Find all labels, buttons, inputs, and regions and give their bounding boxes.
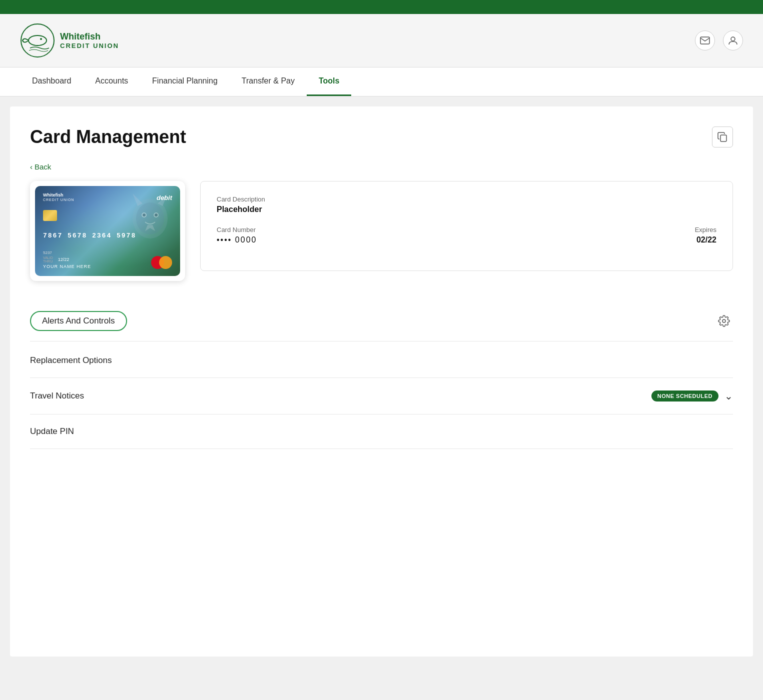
card-expiry-small: 5237 — [43, 250, 91, 255]
card-logo-row: Whitefish CREDIT UNION debit — [43, 193, 172, 202]
copy-button[interactable] — [712, 126, 733, 148]
header: Whitefish CREDIT UNION — [0, 14, 763, 68]
svg-rect-3 — [700, 37, 709, 44]
card-expiry-value: 12/22 — [58, 257, 70, 262]
card-brand-block: Whitefish CREDIT UNION — [43, 193, 74, 202]
nav-transfer-pay[interactable]: Transfer & Pay — [230, 68, 307, 96]
travel-notices-row: Travel Notices NONE SCHEDULED ⌄ — [30, 378, 733, 414]
alerts-label-wrapper: Alerts And Controls — [30, 311, 127, 331]
page-title: Card Management — [30, 126, 186, 148]
update-pin-label: Update PIN — [30, 426, 74, 436]
nav-tools[interactable]: Tools — [307, 68, 351, 96]
header-icons — [695, 30, 743, 50]
card-number-section: Card Number •••• 0000 Expires 02/22 — [217, 226, 716, 244]
none-scheduled-badge: NONE SCHEDULED — [651, 390, 718, 402]
main-content: Card Management ‹ Back — [10, 106, 753, 656]
logo-icon — [20, 23, 55, 58]
chevron-left-icon: ‹ — [30, 162, 33, 171]
alerts-controls-section: Alerts And Controls — [30, 301, 733, 342]
card-image-wrapper: Whitefish CREDIT UNION debit 7867 5678 2… — [30, 181, 185, 281]
travel-notices-right: NONE SCHEDULED ⌄ — [651, 390, 733, 402]
back-label: Back — [35, 162, 51, 171]
nav-dashboard[interactable]: Dashboard — [20, 68, 83, 96]
logo-brand: Whitefish — [60, 32, 119, 42]
card-number-row: 7867 5678 2364 5978 — [43, 232, 172, 240]
card-bottom: 5237 VALID THRU 12/22 YOUR NAME HERE — [43, 250, 172, 269]
page-header: Card Management — [30, 126, 733, 148]
card-num-left: Card Number •••• 0000 — [217, 226, 257, 244]
valid-thru-label: VALID — [43, 256, 53, 260]
card-description-label: Card Description — [217, 196, 716, 203]
expires-label: Expires — [695, 226, 716, 234]
card-brand-name: Whitefish — [43, 193, 74, 198]
logo-text-block: Whitefish CREDIT UNION — [60, 32, 119, 50]
mail-button[interactable] — [695, 30, 715, 50]
card-section: Whitefish CREDIT UNION debit 7867 5678 2… — [30, 181, 733, 281]
card-description-value: Placeholder — [217, 205, 716, 214]
mail-icon — [700, 36, 710, 44]
card-number-display: 7867 5678 2364 5978 — [43, 232, 172, 240]
chevron-down-icon[interactable]: ⌄ — [724, 390, 733, 402]
gear-icon — [718, 315, 730, 327]
update-pin-row: Update PIN — [30, 414, 733, 449]
debit-text: debit — [157, 194, 172, 202]
svg-point-1 — [29, 36, 47, 46]
replacement-options-label: Replacement Options — [30, 356, 112, 366]
travel-notices-label: Travel Notices — [30, 391, 84, 401]
back-link[interactable]: ‹ Back — [30, 162, 51, 171]
thru-label: THRU — [43, 260, 53, 263]
top-bar — [0, 0, 763, 14]
card-number-label: Card Number — [217, 226, 257, 234]
logo-area: Whitefish CREDIT UNION — [20, 23, 119, 58]
svg-rect-5 — [720, 135, 726, 142]
svg-point-0 — [21, 24, 54, 57]
alerts-controls-label: Alerts And Controls — [42, 316, 115, 326]
card-expiry-info: Expires 02/22 — [695, 226, 716, 244]
card-info-panel: Card Description Placeholder Card Number… — [200, 181, 733, 271]
logo-sub: CREDIT UNION — [60, 42, 119, 50]
mastercard-logo — [151, 256, 172, 269]
gear-button[interactable] — [715, 312, 733, 330]
nav-accounts[interactable]: Accounts — [83, 68, 140, 96]
svg-point-4 — [731, 37, 735, 41]
copy-icon — [717, 132, 728, 142]
card-number-value: •••• 0000 — [217, 236, 257, 244]
mc-circle-right — [159, 256, 172, 269]
card-brand-sub: CREDIT UNION — [43, 198, 74, 202]
card-visual: Whitefish CREDIT UNION debit 7867 5678 2… — [35, 186, 180, 276]
svg-point-2 — [40, 38, 42, 40]
expires-value: 02/22 — [695, 236, 716, 244]
user-icon — [728, 36, 738, 46]
replacement-options-row: Replacement Options — [30, 344, 733, 378]
main-nav: Dashboard Accounts Financial Planning Tr… — [0, 68, 763, 96]
user-button[interactable] — [723, 30, 743, 50]
card-bottom-left: 5237 VALID THRU 12/22 YOUR NAME HERE — [43, 250, 91, 269]
nav-financial-planning[interactable]: Financial Planning — [140, 68, 230, 96]
card-holder-name: YOUR NAME HERE — [43, 264, 91, 269]
debit-label: debit — [157, 193, 172, 202]
card-chip — [43, 210, 57, 221]
